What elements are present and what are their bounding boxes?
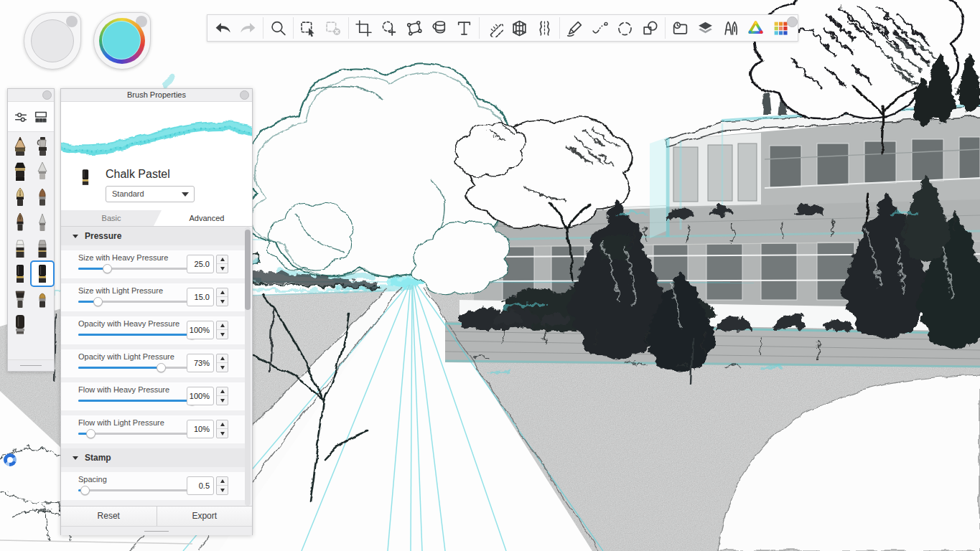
brush-marker-light[interactable]: [9, 236, 31, 260]
fill-button[interactable]: [426, 16, 452, 40]
brush-arrow-tip[interactable]: [32, 211, 53, 235]
brush-flat-brush[interactable]: [9, 287, 31, 311]
slider-track[interactable]: [78, 400, 192, 402]
steady-stroke-button[interactable]: [587, 16, 612, 40]
stepper-down-button[interactable]: [217, 363, 228, 372]
value-field[interactable]: 100%: [187, 387, 214, 405]
perspective-button[interactable]: [507, 16, 532, 40]
stepper-up-button[interactable]: [217, 321, 228, 330]
brush-set-view-icon[interactable]: [33, 109, 49, 125]
value-stepper: [216, 255, 228, 273]
value-field[interactable]: 10%: [187, 420, 214, 438]
stepper-up-button[interactable]: [217, 288, 228, 297]
value-field[interactable]: 100%: [187, 321, 214, 339]
sync-status-icon[interactable]: [4, 453, 17, 466]
stepper-up-button[interactable]: [217, 255, 228, 264]
ruler-button[interactable]: [482, 16, 507, 40]
stepper-up-button[interactable]: [217, 354, 228, 363]
stepper-down-button[interactable]: [217, 486, 228, 494]
brush-fountain-pen[interactable]: [9, 185, 31, 209]
stepper-down-button[interactable]: [217, 297, 228, 306]
brush-marker-chisel[interactable]: [9, 160, 31, 184]
brush-palette-titlebar[interactable]: [8, 89, 54, 102]
tab-advanced[interactable]: Advanced: [162, 210, 252, 226]
brush-palette-close-button[interactable]: [42, 90, 52, 100]
brush-marker-gray[interactable]: [32, 236, 53, 260]
slider-thumb[interactable]: [93, 297, 103, 306]
value-field[interactable]: 0.5: [187, 476, 214, 495]
crop-button[interactable]: [351, 16, 376, 40]
slider-track[interactable]: [78, 301, 192, 303]
brush-pencil[interactable]: [9, 134, 31, 158]
brush-cone-eraser[interactable]: [32, 160, 53, 184]
shapes-button[interactable]: [638, 16, 663, 40]
timelapse-icon: [671, 19, 689, 37]
stepper-down-button[interactable]: [217, 330, 228, 339]
value-field[interactable]: 25.0: [187, 255, 214, 273]
slider-track[interactable]: [78, 367, 192, 369]
undo-button[interactable]: [210, 16, 235, 40]
slider-track[interactable]: [78, 268, 192, 270]
stepper-up-button[interactable]: [217, 420, 228, 429]
brush-palette-resize-handle[interactable]: [8, 359, 54, 371]
color-puck-hue-ring[interactable]: [99, 18, 145, 64]
stepper-down-button[interactable]: [217, 429, 228, 438]
brush-properties-titlebar[interactable]: Brush Properties: [61, 89, 252, 102]
export-button[interactable]: Export: [157, 507, 253, 526]
setting-label: Opacity with Light Pressure: [78, 352, 174, 361]
setting-row: Size with Heavy Pressure25.0: [61, 250, 246, 278]
brush-ink-pen[interactable]: [9, 211, 31, 235]
color-wheel-button[interactable]: [743, 16, 768, 40]
brush-properties-close-button[interactable]: [240, 90, 249, 100]
zoom-button[interactable]: [266, 16, 291, 40]
stepper-up-button[interactable]: [217, 387, 228, 396]
ellipse-guide-button[interactable]: [612, 16, 638, 40]
toolbar-collapse-button[interactable]: [787, 17, 798, 27]
setting-row: Opacity with Light Pressure73%: [61, 349, 246, 377]
slider-thumb[interactable]: [103, 264, 112, 273]
brush-paint-brush[interactable]: [9, 313, 31, 336]
slider-track[interactable]: [78, 489, 192, 491]
color-puck[interactable]: [93, 12, 151, 70]
brush-chalk-pastel[interactable]: [32, 262, 53, 286]
polygon-select-button[interactable]: [401, 16, 426, 40]
stepper-down-button[interactable]: [217, 264, 228, 273]
brush-library-button[interactable]: [718, 16, 743, 40]
brush-pen-button[interactable]: [562, 16, 587, 40]
slider-track[interactable]: [78, 433, 192, 435]
stepper-down-button[interactable]: [217, 396, 228, 405]
text-button[interactable]: [452, 16, 477, 40]
stepper-up-button[interactable]: [217, 477, 228, 486]
slider-track[interactable]: [78, 334, 192, 336]
brush-puck-surface[interactable]: [31, 19, 74, 62]
slider-thumb[interactable]: [86, 429, 95, 438]
main-toolbar: [207, 14, 798, 42]
section-header-pressure[interactable]: Pressure: [61, 227, 246, 245]
value-field[interactable]: 73%: [187, 354, 214, 372]
brush-smudge-brush[interactable]: [32, 185, 53, 209]
brush-airbrush[interactable]: [32, 134, 53, 158]
brush-type-dropdown[interactable]: Standard: [106, 186, 195, 202]
layers-button[interactable]: [693, 16, 718, 40]
brush-chalk[interactable]: [9, 262, 31, 286]
reset-button[interactable]: Reset: [61, 507, 157, 526]
brush-round-pastel[interactable]: [32, 287, 53, 311]
brush-puck[interactable]: [24, 12, 81, 70]
symmetry-button[interactable]: [532, 16, 557, 40]
select-button[interactable]: [296, 16, 321, 40]
tab-basic[interactable]: Basic: [61, 210, 162, 226]
panel-resize-handle[interactable]: [61, 526, 252, 535]
toolbar-divider: [559, 17, 560, 39]
slider-thumb[interactable]: [157, 363, 166, 372]
current-brush-icon: [78, 167, 93, 187]
brush-properties-toggle-icon[interactable]: [13, 109, 29, 125]
lasso-add-button[interactable]: [376, 16, 401, 40]
panel-scrollbar-thumb[interactable]: [245, 230, 251, 310]
section-header-stamp[interactable]: Stamp: [61, 448, 246, 467]
timelapse-button[interactable]: [668, 16, 693, 40]
slider-thumb[interactable]: [80, 486, 90, 495]
color-puck-current-color[interactable]: [102, 21, 141, 60]
panel-scrollbar[interactable]: [245, 227, 251, 506]
value-stepper: [216, 321, 228, 339]
value-field[interactable]: 15.0: [187, 288, 214, 306]
